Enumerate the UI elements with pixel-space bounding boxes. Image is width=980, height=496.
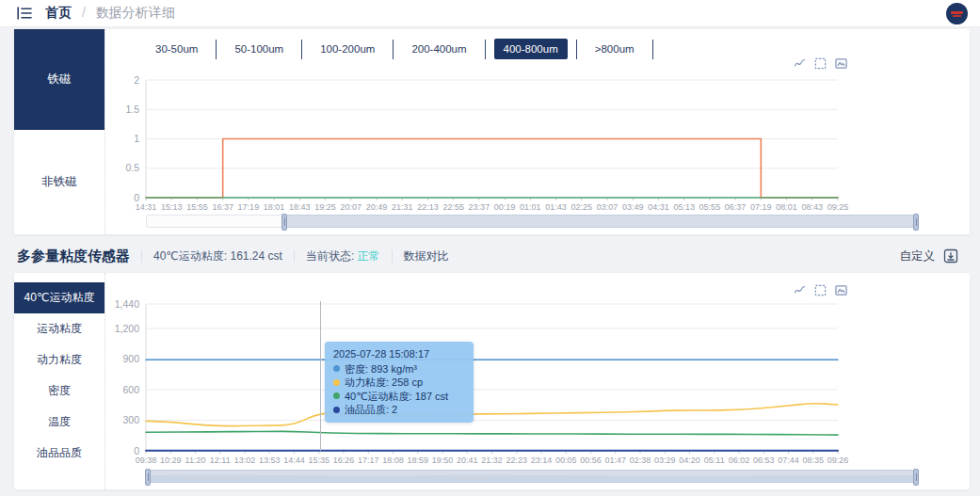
svg-text:1,200: 1,200 <box>115 323 139 334</box>
svg-text:01:43: 01:43 <box>545 202 567 212</box>
svg-text:23:14: 23:14 <box>531 456 553 465</box>
sidebar-item-非铁磁[interactable]: 非铁磁 <box>14 130 104 234</box>
export-icon[interactable] <box>943 248 958 264</box>
svg-text:22:13: 22:13 <box>417 202 439 212</box>
svg-text:04:20: 04:20 <box>679 456 700 465</box>
svg-text:02:38: 02:38 <box>630 456 651 465</box>
svg-text:21:31: 21:31 <box>392 202 413 212</box>
svg-text:08:01: 08:01 <box>776 202 797 212</box>
svg-text:06:53: 06:53 <box>753 456 775 465</box>
svg-text:22:23: 22:23 <box>506 456 527 465</box>
viscosity-chart-datazoom[interactable] <box>146 470 918 483</box>
svg-text:15:13: 15:13 <box>161 202 183 212</box>
svg-text:14:31: 14:31 <box>136 202 157 212</box>
tab-400-800um[interactable]: 400-800um <box>494 39 568 59</box>
svg-text:05:13: 05:13 <box>673 202 695 212</box>
svg-text:05:55: 05:55 <box>699 202 721 212</box>
toolbox-curve-icon[interactable] <box>794 56 806 69</box>
toolbox-zoom-box-icon[interactable] <box>814 56 827 69</box>
svg-text:09:25: 09:25 <box>827 202 849 212</box>
series-dot-icon <box>333 365 340 372</box>
datazoom-left-handle[interactable] <box>145 469 151 486</box>
svg-text:16:26: 16:26 <box>333 456 355 465</box>
datazoom-window[interactable] <box>283 215 917 228</box>
chart-tooltip: 2025-07-28 15:08:17 密度: 893 kg/m³动力粘度: 2… <box>325 342 474 423</box>
divider <box>294 250 295 263</box>
sidebar-item-铁磁[interactable]: 铁磁 <box>14 29 104 130</box>
viscosity-panel: 40℃运动粘度运动粘度动力粘度密度温度油品品质 03006009001,2001… <box>14 273 970 489</box>
toolbox-curve-icon[interactable] <box>794 283 806 296</box>
svg-text:16:37: 16:37 <box>212 202 233 212</box>
svg-text:05:11: 05:11 <box>704 456 725 465</box>
tooltip-value: 油品品质: 2 <box>345 403 397 417</box>
svg-text:13:02: 13:02 <box>234 456 256 465</box>
tab-separator <box>576 40 577 59</box>
toolbox-zoom-box-icon[interactable] <box>814 283 827 296</box>
sidebar-item-密度[interactable]: 密度 <box>14 376 104 407</box>
svg-text:12:11: 12:11 <box>210 456 231 465</box>
tooltip-value: 密度: 893 kg/m³ <box>345 362 417 376</box>
svg-text:20:49: 20:49 <box>366 202 388 212</box>
sidebar-item-40℃运动粘度[interactable]: 40℃运动粘度 <box>14 282 104 313</box>
avatar-logo-mark <box>953 15 961 17</box>
svg-text:22:55: 22:55 <box>442 202 464 212</box>
sidebar-item-运动粘度[interactable]: 运动粘度 <box>14 313 104 344</box>
svg-text:06:02: 06:02 <box>729 456 750 465</box>
datazoom-left-handle[interactable] <box>281 214 287 231</box>
particle-toolbox <box>794 56 847 69</box>
tab-200-400um[interactable]: 200-400um <box>402 39 475 59</box>
svg-text:19:50: 19:50 <box>432 456 454 465</box>
breadcrumb: 首页 / 数据分析详细 <box>45 5 175 22</box>
tooltip-row: 动力粘度: 258 cp <box>333 376 465 390</box>
particle-chart-canvas[interactable]: 00.511.5214:3115:1315:5516:3717:1918:011… <box>108 71 861 231</box>
tooltip-timestamp: 2025-07-28 15:08:17 <box>333 347 465 361</box>
metric-label: 40℃运动粘度: <box>153 249 227 263</box>
sidebar-item-温度[interactable]: 温度 <box>14 407 104 438</box>
datazoom-right-handle[interactable] <box>913 469 919 486</box>
breadcrumb-home[interactable]: 首页 <box>45 5 72 20</box>
divider <box>392 250 393 263</box>
particle-chart-datazoom[interactable] <box>146 215 918 228</box>
svg-text:18:08: 18:08 <box>382 456 404 465</box>
toolbox-save-image-icon[interactable] <box>835 283 847 296</box>
tab-separator <box>652 40 653 59</box>
svg-text:21:32: 21:32 <box>481 456 503 465</box>
datazoom-window[interactable] <box>147 470 917 483</box>
sidebar-item-油品品质[interactable]: 油品品质 <box>14 438 104 469</box>
svg-text:20:07: 20:07 <box>341 202 362 212</box>
avatar[interactable] <box>946 3 968 24</box>
svg-text:0: 0 <box>134 445 139 456</box>
tab-30-50um[interactable]: 30-50um <box>146 39 207 59</box>
status-label: 当前状态: <box>306 249 354 263</box>
svg-text:2: 2 <box>134 74 139 86</box>
tab->800um[interactable]: >800um <box>586 39 644 59</box>
tab-separator <box>216 40 217 59</box>
metric-value: 161.24 cst <box>231 249 282 263</box>
tab-100-200um[interactable]: 100-200um <box>311 39 384 59</box>
svg-text:0.5: 0.5 <box>125 162 139 173</box>
toolbox-save-image-icon[interactable] <box>835 56 847 69</box>
viscosity-toolbox <box>794 283 847 296</box>
svg-text:19:25: 19:25 <box>314 202 336 212</box>
svg-text:07:44: 07:44 <box>778 456 799 465</box>
sidebar-item-动力粘度[interactable]: 动力粘度 <box>14 344 104 376</box>
viscosity-chart-canvas[interactable]: 03006009001,2001,44009:3810:2911:2012:11… <box>108 296 861 465</box>
svg-text:300: 300 <box>122 414 139 425</box>
svg-text:07:19: 07:19 <box>750 202 772 212</box>
viscosity-section-header: 多参量粘度传感器 40℃运动粘度: 161.24 cst 当前状态: 正常 数据… <box>14 243 966 269</box>
tab-separator <box>485 40 486 59</box>
tooltip-row: 油品品质: 2 <box>333 403 465 417</box>
customize-button[interactable]: 自定义 <box>900 248 936 264</box>
series-dot-icon <box>333 392 340 399</box>
data-compare-link[interactable]: 数据对比 <box>404 248 449 264</box>
menu-fold-icon[interactable] <box>17 7 32 20</box>
svg-text:01:01: 01:01 <box>520 202 541 212</box>
datazoom-right-handle[interactable] <box>913 214 919 231</box>
svg-text:1,440: 1,440 <box>115 298 139 310</box>
svg-text:18:01: 18:01 <box>264 202 285 212</box>
tab-50-100um[interactable]: 50-100um <box>225 39 293 59</box>
svg-text:18:59: 18:59 <box>407 456 428 465</box>
viscosity-metric: 40℃运动粘度: 161.24 cst <box>153 248 282 264</box>
svg-text:00:56: 00:56 <box>580 456 602 465</box>
svg-text:1: 1 <box>134 133 139 144</box>
